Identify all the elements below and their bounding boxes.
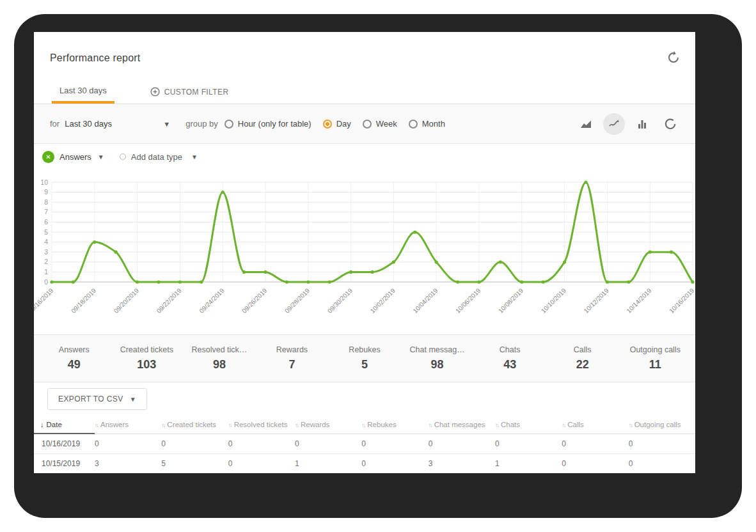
sort-icon: ↑↓ xyxy=(429,422,432,428)
summary-card: Chat messag…98 xyxy=(401,345,474,372)
data-point[interactable] xyxy=(606,280,609,283)
radio-option-week[interactable]: Week xyxy=(363,119,397,129)
column-label: Resolved tickets xyxy=(234,421,288,428)
data-point[interactable] xyxy=(285,280,288,283)
x-tick-label: 10/04/2019 xyxy=(411,286,439,314)
column-header-rebukes[interactable]: ↑↓Rebukes xyxy=(361,416,428,434)
x-tick-label: 10/10/2019 xyxy=(540,286,567,314)
value-cell: 3 xyxy=(429,453,495,473)
column-header-chats[interactable]: ↑↓Chats xyxy=(495,416,562,434)
column-header-date[interactable]: ↓Date xyxy=(34,416,95,434)
area-chart-icon[interactable] xyxy=(575,113,597,135)
column-header-created-tickets[interactable]: ↑↓Created tickets xyxy=(161,416,228,434)
data-point[interactable] xyxy=(627,280,630,283)
y-tick-label: 8 xyxy=(44,198,48,206)
radio-option-day[interactable]: Day xyxy=(323,119,351,129)
line-chart-icon[interactable] xyxy=(603,113,625,135)
x-tick-label: 10/12/2019 xyxy=(583,286,610,314)
data-point[interactable] xyxy=(93,240,96,244)
data-point[interactable] xyxy=(691,280,694,283)
value-cell: 1 xyxy=(495,453,562,473)
y-tick-label: 2 xyxy=(44,258,48,265)
range-select[interactable]: Last 30 days ▼ xyxy=(65,119,170,129)
radio-label: Hour (only for table) xyxy=(238,119,311,129)
value-cell: 0 xyxy=(495,434,562,453)
data-point[interactable] xyxy=(499,260,502,263)
data-point[interactable] xyxy=(456,280,459,283)
data-point[interactable] xyxy=(328,280,331,283)
data-point[interactable] xyxy=(72,280,75,283)
date-cell: 10/16/2019 xyxy=(34,434,95,453)
data-point[interactable] xyxy=(242,270,246,274)
pie-chart-icon[interactable] xyxy=(659,113,681,135)
series-tag-label[interactable]: Answers xyxy=(59,152,91,162)
sort-icon: ↑↓ xyxy=(361,422,365,428)
tab-custom-filter[interactable]: CUSTOM FILTER xyxy=(143,87,237,104)
data-point[interactable] xyxy=(50,280,53,283)
radio-circle-icon xyxy=(363,120,372,129)
column-header-chat-messages[interactable]: ↑↓Chat messages xyxy=(429,416,495,434)
data-point[interactable] xyxy=(477,280,480,283)
export-to-csv-button[interactable]: EXPORT TO CSV ▼ xyxy=(47,388,147,410)
value-cell: 3 xyxy=(95,453,161,473)
tab-last-30-days[interactable]: Last 30 days xyxy=(52,86,114,104)
report-table: ↓Date↑↓Answers↑↓Created tickets↑↓Resolve… xyxy=(34,416,695,473)
table-header-row: ↓Date↑↓Answers↑↓Created tickets↑↓Resolve… xyxy=(34,416,695,434)
x-tick-label: 10/14/2019 xyxy=(625,286,652,314)
data-type-bar: ✕ Answers ▼ Add data type ▼ xyxy=(34,144,695,169)
data-point[interactable] xyxy=(349,270,352,274)
column-header-answers[interactable]: ↑↓Answers xyxy=(95,416,161,434)
data-point[interactable] xyxy=(563,260,566,263)
x-tick-label: 10/06/2019 xyxy=(454,286,482,314)
sort-icon: ↑↓ xyxy=(562,422,565,428)
data-point[interactable] xyxy=(520,280,523,283)
data-point[interactable] xyxy=(200,280,203,283)
data-point[interactable] xyxy=(392,260,395,263)
radio-option-month[interactable]: Month xyxy=(409,119,445,129)
data-point[interactable] xyxy=(370,270,374,274)
data-point[interactable] xyxy=(542,280,545,283)
data-point[interactable] xyxy=(649,251,652,254)
column-header-resolved-tickets[interactable]: ↑↓Resolved tickets xyxy=(228,416,295,434)
line-chart[interactable]: 01234567891009/16/201909/18/201909/20/20… xyxy=(34,169,695,334)
table-row[interactable]: 10/16/2019000000000 xyxy=(34,434,695,453)
column-header-outgoing-calls[interactable]: ↑↓Outgoing calls xyxy=(629,416,695,434)
y-tick-label: 7 xyxy=(44,208,48,215)
add-series-color-dot xyxy=(120,153,126,160)
bar-chart-icon[interactable] xyxy=(631,113,653,135)
summary-card: Calls22 xyxy=(546,345,619,372)
data-point[interactable] xyxy=(114,251,118,254)
data-point[interactable] xyxy=(413,230,416,233)
x-tick-label: 09/18/2019 xyxy=(70,286,97,314)
remove-series-icon[interactable]: ✕ xyxy=(42,151,54,163)
y-tick-label: 9 xyxy=(44,188,48,196)
column-header-rewards[interactable]: ↑↓Rewards xyxy=(295,416,361,434)
data-point[interactable] xyxy=(221,191,224,194)
data-point[interactable] xyxy=(670,251,673,254)
radio-circle-icon xyxy=(409,120,418,129)
summary-label: Created tickets xyxy=(111,345,184,354)
x-tick-label: 09/20/2019 xyxy=(113,286,140,314)
summary-label: Rebukes xyxy=(328,345,401,354)
data-point[interactable] xyxy=(584,180,587,184)
chevron-down-icon[interactable]: ▼ xyxy=(98,153,104,160)
report-header: Performance report xyxy=(34,32,695,85)
table-row[interactable]: 10/15/2019350103100 xyxy=(34,453,695,473)
value-cell: 5 xyxy=(161,453,228,473)
data-point[interactable] xyxy=(306,280,310,283)
data-point[interactable] xyxy=(435,260,438,263)
data-point[interactable] xyxy=(136,280,139,283)
data-point[interactable] xyxy=(264,270,267,274)
summary-card: Resolved tick…98 xyxy=(183,345,256,372)
x-tick-label: 10/02/2019 xyxy=(369,286,397,314)
x-tick-label: 09/26/2019 xyxy=(240,286,268,314)
add-data-type-label[interactable]: Add data type xyxy=(131,152,182,162)
data-point[interactable] xyxy=(157,280,160,283)
chevron-down-icon[interactable]: ▼ xyxy=(191,153,198,160)
sort-icon: ↑↓ xyxy=(495,422,498,428)
refresh-icon[interactable] xyxy=(666,50,681,65)
radio-option-hour[interactable]: Hour (only for table) xyxy=(224,119,311,129)
data-point[interactable] xyxy=(178,280,182,283)
column-header-calls[interactable]: ↑↓Calls xyxy=(562,416,628,434)
page-title: Performance report xyxy=(50,52,140,64)
